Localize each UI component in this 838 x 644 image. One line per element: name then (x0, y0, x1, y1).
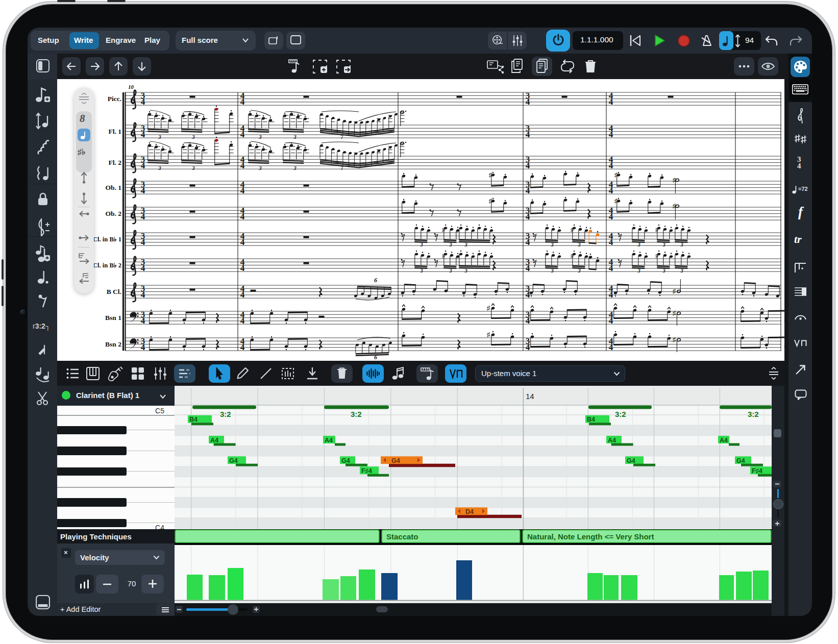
svg-text:♯: ♯ (655, 226, 658, 233)
svg-text:7: 7 (340, 164, 343, 171)
svg-text:7: 7 (340, 133, 343, 140)
svg-text:A4: A4 (608, 437, 616, 444)
svg-text:3: 3 (577, 268, 580, 274)
svg-text:4: 4 (609, 130, 613, 139)
svg-text:6: 6 (374, 354, 377, 361)
svg-text:B4: B4 (587, 416, 595, 423)
svg-text:3: 3 (158, 165, 161, 171)
svg-text:4: 4 (141, 97, 145, 107)
svg-text:3:2: 3:2 (220, 410, 231, 418)
svg-text:3: 3 (550, 242, 553, 247)
svg-text:3: 3 (293, 165, 297, 171)
svg-text:4: 4 (526, 97, 530, 107)
svg-text:14: 14 (526, 392, 534, 401)
svg-text:4: 4 (240, 212, 245, 221)
svg-text:3:2: 3:2 (748, 410, 759, 418)
svg-text:4: 4 (240, 316, 245, 326)
svg-text:4: 4 (526, 186, 530, 195)
svg-text:3: 3 (662, 268, 665, 274)
svg-text:4: 4 (240, 237, 245, 247)
svg-text:4: 4 (141, 316, 145, 326)
svg-text:Ob. 2: Ob. 2 (105, 210, 121, 217)
svg-text:4: 4 (141, 130, 145, 139)
svg-text:♯: ♯ (673, 336, 676, 343)
svg-text:3: 3 (680, 268, 683, 274)
svg-text:Bsn 1: Bsn 1 (105, 314, 121, 321)
svg-text:4: 4 (240, 186, 245, 195)
svg-text:4: 4 (526, 316, 530, 326)
svg-text:4: 4 (609, 263, 613, 273)
svg-text:4: 4 (141, 263, 145, 273)
svg-text:3: 3 (258, 134, 262, 140)
svg-text:3:2: 3:2 (615, 410, 626, 418)
svg-text:Natural, Note Length <= Very S: Natural, Note Length <= Very Short (527, 532, 654, 541)
svg-text:3: 3 (449, 268, 452, 274)
svg-text:4: 4 (141, 186, 145, 195)
svg-text:4: 4 (609, 97, 613, 107)
svg-text:♯: ♯ (487, 304, 490, 312)
svg-text:4: 4 (609, 342, 613, 352)
svg-text:G4: G4 (627, 457, 635, 464)
svg-text:4: 4 (526, 342, 530, 352)
svg-text:Cl. in B♭ 2: Cl. in B♭ 2 (93, 262, 121, 269)
svg-text:3: 3 (293, 134, 297, 140)
svg-text:4: 4 (141, 237, 145, 247)
svg-text:4: 4 (609, 316, 613, 326)
svg-text:G4: G4 (229, 457, 238, 464)
svg-text:3: 3 (449, 242, 452, 247)
svg-text:3: 3 (464, 242, 467, 247)
svg-text:4: 4 (240, 263, 245, 273)
svg-text:3: 3 (680, 242, 683, 247)
svg-text:♯: ♯ (673, 287, 676, 295)
svg-text:Bsn 2: Bsn 2 (105, 340, 121, 348)
svg-text:6: 6 (374, 277, 377, 284)
svg-text:4: 4 (526, 212, 530, 221)
svg-text:3: 3 (420, 268, 423, 274)
svg-text:4: 4 (609, 186, 613, 195)
svg-text:♯: ♯ (655, 252, 658, 259)
svg-text:Fl. 1: Fl. 1 (109, 128, 122, 135)
svg-text:F♯4: F♯4 (361, 467, 372, 475)
svg-text:10: 10 (128, 84, 134, 90)
svg-text:3: 3 (550, 268, 553, 274)
svg-text:4: 4 (141, 212, 145, 221)
svg-text:G4: G4 (391, 457, 400, 464)
svg-text:B Cl.: B Cl. (107, 288, 121, 295)
svg-text:♯: ♯ (571, 226, 574, 233)
svg-text:4: 4 (609, 290, 613, 300)
svg-text:3: 3 (191, 134, 195, 140)
svg-text:4: 4 (240, 290, 245, 300)
svg-text:4: 4 (526, 161, 530, 170)
svg-text:B4: B4 (189, 416, 198, 423)
svg-text:3: 3 (464, 268, 467, 274)
svg-text:4: 4 (240, 97, 245, 107)
svg-text:♯: ♯ (442, 226, 445, 233)
svg-text:Fl. 2: Fl. 2 (109, 159, 122, 166)
svg-text:3: 3 (662, 242, 665, 247)
svg-text:4: 4 (609, 161, 613, 170)
svg-text:Ob. 1: Ob. 1 (105, 184, 121, 191)
svg-text:Cl. in B♭ 1: Cl. in B♭ 1 (93, 236, 121, 243)
svg-text:G4: G4 (341, 457, 350, 464)
svg-text:Staccato: Staccato (386, 532, 418, 541)
svg-text:3: 3 (158, 134, 161, 140)
svg-text:3: 3 (637, 268, 640, 274)
svg-text:4: 4 (609, 237, 613, 247)
svg-text:3: 3 (191, 165, 195, 171)
svg-text:4: 4 (141, 290, 145, 300)
svg-text:4: 4 (240, 342, 245, 352)
svg-text:4: 4 (240, 161, 245, 170)
svg-text:♯: ♯ (442, 252, 445, 259)
svg-text:4: 4 (141, 161, 145, 170)
svg-text:♯: ♯ (571, 252, 574, 259)
svg-text:3:2: 3:2 (351, 410, 362, 418)
svg-text:4: 4 (240, 130, 245, 139)
svg-text:4: 4 (526, 237, 530, 247)
svg-text:F♯4: F♯4 (752, 467, 762, 475)
svg-text:3: 3 (258, 165, 262, 171)
svg-text:G4: G4 (736, 457, 745, 464)
svg-text:4: 4 (141, 342, 145, 352)
svg-text:4: 4 (609, 212, 613, 221)
svg-text:3: 3 (577, 242, 580, 247)
svg-text:4: 4 (526, 263, 530, 273)
